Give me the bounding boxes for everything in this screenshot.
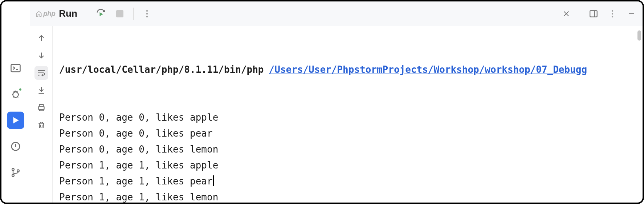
app-frame: php Run (0, 0, 644, 204)
scroll-down-button[interactable] (34, 49, 48, 62)
output-lines: Person 0, age 0, likes applePerson 0, ag… (59, 109, 638, 203)
problems-tool-button[interactable] (7, 138, 24, 155)
interpreter-path: /usr/local/Cellar/php/8.1.11/bin/php (59, 62, 264, 78)
svg-point-11 (612, 13, 613, 14)
soft-wrap-button[interactable] (34, 66, 48, 80)
svg-point-3 (12, 168, 14, 171)
svg-point-5 (17, 170, 19, 172)
arrow-up-icon (37, 34, 46, 42)
clear-button[interactable] (34, 118, 48, 132)
options-button[interactable] (607, 8, 618, 19)
debug-tool-button[interactable] (7, 86, 24, 103)
svg-point-7 (146, 13, 148, 14)
header-left: php Run (35, 8, 152, 20)
output-line: Person 1, age 1, likes lemon (59, 189, 638, 203)
git-branch-icon (11, 167, 21, 178)
rerun-icon (96, 9, 106, 19)
scroll-up-button[interactable] (34, 31, 48, 45)
stop-icon (116, 10, 123, 17)
scroll-to-end-button[interactable] (34, 83, 48, 97)
output-line: Person 1, age 1, likes apple (59, 157, 638, 173)
svg-rect-9 (590, 11, 597, 17)
console-gutter (30, 26, 53, 203)
trash-icon (37, 121, 46, 129)
layout-icon (589, 9, 598, 18)
header-controls (95, 8, 152, 20)
vcs-tool-button[interactable] (7, 164, 24, 181)
php-label: php (43, 10, 55, 18)
print-button[interactable] (34, 101, 48, 115)
console-output[interactable]: /usr/local/Cellar/php/8.1.11/bin/php /Us… (53, 26, 643, 203)
close-tab-button[interactable] (561, 8, 572, 19)
svg-rect-13 (38, 107, 44, 110)
terminal-tool-button[interactable] (7, 59, 24, 77)
stop-button[interactable] (114, 8, 125, 19)
close-icon (562, 10, 570, 18)
minimize-icon (627, 9, 636, 18)
svg-point-8 (146, 16, 148, 17)
divider (580, 8, 580, 20)
header-right (561, 8, 637, 20)
debug-active-dot (19, 88, 22, 91)
more-actions-button[interactable] (142, 8, 152, 19)
output-line: Person 0, age 0, likes apple (59, 109, 638, 125)
run-panel-header: php Run (30, 1, 643, 26)
svg-rect-0 (11, 64, 20, 72)
warning-circle-icon (10, 141, 21, 152)
run-tool-button[interactable] (7, 112, 24, 129)
divider (133, 8, 134, 20)
panel-title: Run (59, 8, 77, 19)
layout-button[interactable] (588, 8, 599, 19)
output-line: Person 1, age 1, likes pear (59, 173, 638, 189)
terminal-icon (10, 63, 21, 74)
php-config-badge[interactable]: php (35, 10, 55, 18)
printer-icon (37, 103, 46, 112)
arrow-down-icon (37, 51, 46, 60)
kebab-icon (611, 9, 614, 18)
rerun-button[interactable] (95, 8, 106, 19)
svg-point-4 (12, 174, 14, 176)
svg-point-12 (612, 16, 613, 17)
scrollbar-thumb[interactable] (637, 30, 641, 41)
soft-wrap-icon (37, 68, 46, 78)
svg-point-6 (146, 10, 148, 11)
hide-panel-button[interactable] (626, 8, 637, 19)
output-line: Person 0, age 0, likes pear (59, 125, 638, 141)
script-path-link[interactable]: /Users/User/PhpstormProjects/Workshop/wo… (269, 62, 638, 78)
svg-point-10 (612, 10, 613, 11)
left-tool-rail (1, 1, 30, 203)
text-caret (213, 175, 214, 186)
output-line: Person 0, age 0, likes lemon (59, 141, 638, 157)
scroll-to-end-icon (37, 86, 46, 95)
run-panel: php Run (30, 1, 643, 203)
kebab-icon (146, 9, 148, 18)
home-icon (35, 10, 42, 17)
panel-body: /usr/local/Cellar/php/8.1.11/bin/php /Us… (30, 26, 643, 203)
play-icon (11, 116, 20, 125)
command-line: /usr/local/Cellar/php/8.1.11/bin/php /Us… (59, 62, 638, 78)
